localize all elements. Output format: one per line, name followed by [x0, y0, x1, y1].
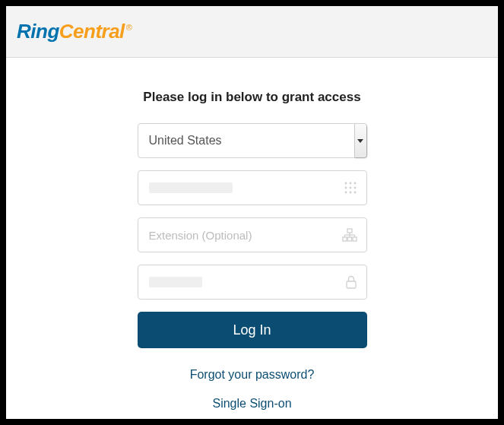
logo: RingCentral® — [17, 20, 132, 43]
chevron-down-icon — [357, 139, 363, 143]
logo-part-ring: Ring — [17, 20, 59, 43]
svg-point-0 — [344, 182, 347, 185]
extension-field-wrapper — [138, 217, 367, 252]
password-field-wrapper — [138, 265, 367, 300]
svg-point-6 — [344, 192, 347, 194]
dialpad-icon — [344, 181, 357, 195]
logo-registered: ® — [126, 23, 132, 32]
country-dropdown-button[interactable] — [354, 124, 366, 157]
extension-input[interactable] — [149, 218, 356, 252]
svg-rect-9 — [347, 229, 352, 233]
password-redacted — [149, 277, 202, 287]
main-content: Please log in below to grant access Unit… — [6, 58, 498, 419]
country-select[interactable]: United States — [138, 123, 367, 158]
sso-link[interactable]: Single Sign-on — [212, 397, 291, 411]
svg-rect-11 — [347, 237, 351, 241]
links: Forgot your password? Single Sign-on — [190, 368, 315, 411]
svg-point-5 — [353, 187, 356, 189]
phone-field-wrapper — [138, 170, 367, 205]
svg-point-2 — [353, 182, 356, 185]
header: RingCentral® — [6, 6, 498, 58]
orgchart-icon — [342, 228, 357, 242]
svg-point-4 — [349, 187, 351, 189]
lock-icon — [345, 274, 357, 290]
svg-point-1 — [349, 182, 351, 185]
svg-point-7 — [349, 192, 351, 194]
login-button[interactable]: Log In — [138, 312, 367, 348]
country-selected-value: United States — [149, 134, 354, 147]
svg-rect-10 — [343, 237, 347, 241]
forgot-password-link[interactable]: Forgot your password? — [190, 368, 315, 382]
login-form: United States — [138, 123, 367, 348]
page-title: Please log in below to grant access — [143, 90, 360, 105]
svg-point-8 — [353, 192, 356, 194]
svg-point-3 — [344, 187, 347, 189]
login-window: RingCentral® Please log in below to gran… — [6, 6, 498, 419]
svg-rect-12 — [353, 237, 357, 241]
logo-part-central: Central — [59, 20, 125, 43]
svg-rect-18 — [347, 281, 356, 288]
phone-redacted — [149, 182, 233, 193]
